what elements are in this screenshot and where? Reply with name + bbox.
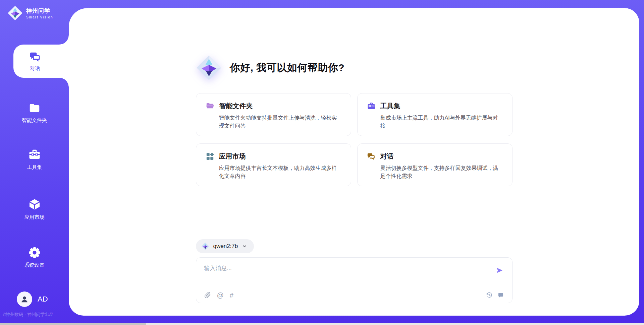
greeting: 你好, 我可以如何帮助你? <box>196 54 513 81</box>
brand-subtitle: Smart Vision <box>26 15 53 19</box>
sidebar-item-toolset[interactable]: 工具集 <box>0 148 69 171</box>
model-name: qwen2:7b <box>213 243 238 250</box>
tab-curve-bottom <box>59 78 69 87</box>
main-panel: 你好, 我可以如何帮助你? 智能文件夹 智能文件夹功能支持批量文件上传与清洗，轻… <box>69 8 639 316</box>
chat-icon <box>29 51 41 63</box>
scrollbar-thumb[interactable] <box>0 323 146 325</box>
toolbox-icon <box>367 102 376 111</box>
card-app-market[interactable]: 应用市场 应用市场提供丰富长文本模板，助力高效生成多样化文章内容 <box>196 143 351 186</box>
app-grid-icon <box>206 152 214 161</box>
user-avatar-icon <box>20 295 29 304</box>
sidebar-item-label: 对话 <box>30 65 40 72</box>
chat-icon <box>367 152 376 161</box>
hash-icon[interactable]: # <box>230 292 233 299</box>
sidebar-item-label: 工具集 <box>27 164 42 171</box>
sidebar: 神州问学 Smart Vision 对话 智能文件夹 <box>0 0 69 325</box>
message-input[interactable]: 输入消息... <box>196 258 512 287</box>
model-selector[interactable]: qwen2:7b <box>196 239 254 253</box>
card-description: 集成市场上主流工具，助力AI与外界无缝扩展与对接 <box>380 114 503 130</box>
send-icon <box>495 266 503 274</box>
input-placeholder: 输入消息... <box>204 265 232 271</box>
avatar <box>17 291 32 307</box>
horizontal-scrollbar[interactable] <box>0 323 644 325</box>
diamond-logo-icon <box>196 55 222 81</box>
sidebar-item-settings[interactable]: 系统设置 <box>0 246 69 268</box>
card-title: 对话 <box>380 152 394 161</box>
card-description: 应用市场提供丰富长文本模板，助力高效生成多样化文章内容 <box>219 164 341 180</box>
composer: 输入消息... @ # <box>196 257 513 303</box>
sidebar-item-app-market[interactable]: 应用市场 <box>0 198 69 220</box>
card-smart-folder[interactable]: 智能文件夹 智能文件夹功能支持批量文件上传与清洗，轻松实现文件问答 <box>196 93 351 136</box>
user-name: AD <box>38 295 48 304</box>
at-icon[interactable]: @ <box>217 292 224 299</box>
gear-icon <box>28 246 41 259</box>
toolbox-icon <box>28 148 41 161</box>
card-title: 智能文件夹 <box>219 102 253 111</box>
copyright: ©神州数码 · 神州问学出品 <box>3 312 66 318</box>
sidebar-item-chat[interactable]: 对话 <box>13 45 69 78</box>
card-title: 工具集 <box>380 102 400 111</box>
diamond-logo-icon <box>7 5 23 21</box>
sidebar-item-folders[interactable]: 智能文件夹 <box>0 102 69 124</box>
card-chat[interactable]: 对话 灵活切换多模型文件，支持多样回复效果调试，满足个性化需求 <box>357 143 513 186</box>
brand-name: 神州问学 <box>26 7 53 15</box>
comment-icon[interactable] <box>497 292 504 299</box>
paperclip-icon[interactable] <box>204 292 211 299</box>
sidebar-item-label: 智能文件夹 <box>22 117 47 124</box>
card-description: 灵活切换多模型文件，支持多样回复效果调试，满足个性化需求 <box>380 164 503 180</box>
feature-cards: 智能文件夹 智能文件夹功能支持批量文件上传与清洗，轻松实现文件问答 <box>196 93 513 186</box>
user-chip[interactable]: AD <box>17 291 48 307</box>
diamond-logo-icon <box>201 242 209 250</box>
brand: 神州问学 Smart Vision <box>7 5 53 21</box>
card-description: 智能文件夹功能支持批量文件上传与清洗，轻松实现文件问答 <box>219 114 341 130</box>
sidebar-item-label: 应用市场 <box>24 214 45 220</box>
send-button[interactable] <box>495 266 503 275</box>
chevron-down-icon <box>242 244 247 249</box>
history-icon[interactable] <box>486 291 493 299</box>
sidebar-item-label: 系统设置 <box>24 262 45 268</box>
card-title: 应用市场 <box>219 152 246 161</box>
composer-toolbar: @ # <box>203 287 505 303</box>
folder-open-icon <box>206 102 215 111</box>
card-toolset[interactable]: 工具集 集成市场上主流工具，助力AI与外界无缝扩展与对接 <box>357 93 513 136</box>
greeting-text: 你好, 我可以如何帮助你? <box>230 61 345 75</box>
tab-curve-top <box>59 35 69 45</box>
cube-icon <box>28 198 41 211</box>
folder-icon <box>28 102 41 114</box>
